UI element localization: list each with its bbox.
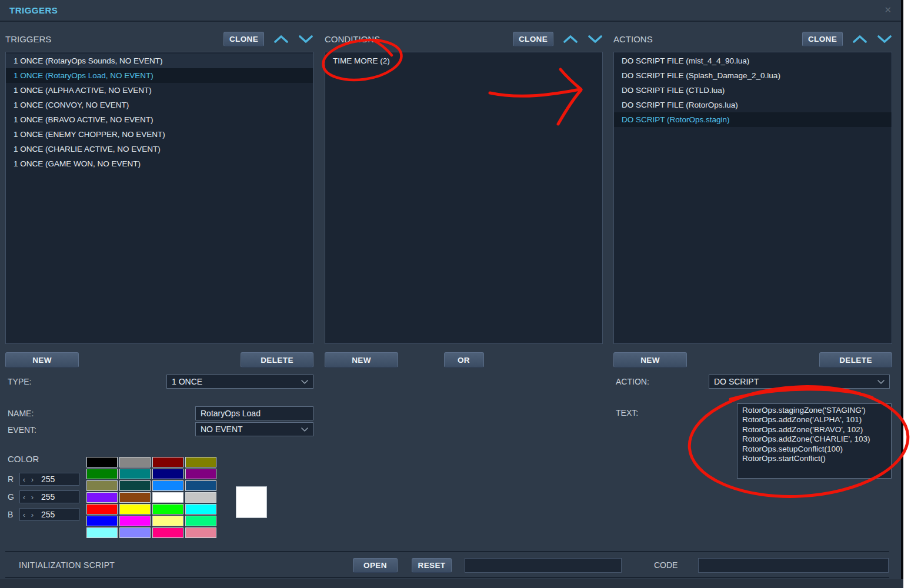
action-delete-button[interactable]: DELETE xyxy=(819,352,892,368)
event-label: EVENT: xyxy=(8,425,36,435)
red-channel-label: R xyxy=(8,475,14,484)
blue-stepper[interactable]: ‹ › 255 xyxy=(19,508,79,521)
palette-swatch[interactable] xyxy=(86,516,118,526)
palette-swatch[interactable] xyxy=(152,457,183,467)
trigger-row[interactable]: 1 ONCE (RotaryOps Sounds, NO EVENT) xyxy=(6,54,313,68)
conditions-panel-label: CONDITIONS xyxy=(325,34,380,44)
blue-channel-label: B xyxy=(8,510,13,519)
triggers-move-up-icon[interactable] xyxy=(273,31,289,46)
script-path-input[interactable] xyxy=(465,558,622,573)
palette-swatch[interactable] xyxy=(86,492,118,503)
reset-button[interactable]: RESET xyxy=(412,558,452,573)
palette-swatch[interactable] xyxy=(152,504,183,514)
bottom-strip xyxy=(0,579,903,588)
chevron-down-icon xyxy=(301,380,308,384)
action-new-button[interactable]: NEW xyxy=(613,352,687,368)
trigger-row[interactable]: 1 ONCE (CHARLIE ACTIVE, NO EVENT) xyxy=(6,142,313,156)
color-label: COLOR xyxy=(8,454,39,464)
action-row[interactable]: DO SCRIPT FILE (mist_4_4_90.lua) xyxy=(614,54,892,68)
triggers-move-down-icon[interactable] xyxy=(298,31,313,46)
condition-or-button[interactable]: OR xyxy=(444,352,484,368)
green-channel-label: G xyxy=(8,492,14,502)
type-label: TYPE: xyxy=(8,377,31,386)
decrement-icon[interactable]: ‹ xyxy=(20,475,28,484)
increment-icon[interactable]: › xyxy=(28,510,36,519)
action-row[interactable]: DO SCRIPT FILE (RotorOps.lua) xyxy=(614,98,892,112)
palette-swatch[interactable] xyxy=(152,516,183,526)
open-button[interactable]: OPEN xyxy=(353,558,398,573)
palette-swatch[interactable] xyxy=(119,469,151,479)
name-input[interactable]: RotaryOps Load xyxy=(195,406,313,420)
condition-row[interactable]: TIME MORE (2) xyxy=(325,54,602,68)
action-row[interactable]: DO SCRIPT (RotorOps.stagin) xyxy=(614,112,892,127)
green-stepper[interactable]: ‹ › 255 xyxy=(19,490,79,503)
trigger-new-button[interactable]: NEW xyxy=(5,352,79,368)
trigger-row[interactable]: 1 ONCE (RotaryOps Load, NO EVENT) xyxy=(6,68,313,83)
palette-swatch[interactable] xyxy=(152,492,183,503)
palette-swatch[interactable] xyxy=(86,469,118,479)
action-row[interactable]: DO SCRIPT FILE (Splash_Damage_2_0.lua) xyxy=(614,68,892,83)
palette-swatch[interactable] xyxy=(119,527,151,538)
actions-clone-button[interactable]: CLONE xyxy=(802,32,843,46)
palette-swatch[interactable] xyxy=(119,516,151,526)
palette-swatch[interactable] xyxy=(86,457,118,467)
increment-icon[interactable]: › xyxy=(28,493,36,502)
triggers-dialog: TRIGGERS ✕ TRIGGERS CLONE 1 ONCE (Rotary… xyxy=(0,0,903,588)
decrement-icon[interactable]: ‹ xyxy=(20,510,28,519)
initialization-script-label: INITIALIZATION SCRIPT xyxy=(19,560,115,570)
palette-swatch[interactable] xyxy=(86,527,118,538)
red-stepper[interactable]: ‹ › 255 xyxy=(19,473,79,486)
trigger-row[interactable]: 1 ONCE (ENEMY CHOPPER, NO EVENT) xyxy=(6,127,313,142)
palette-swatch[interactable] xyxy=(185,457,216,467)
event-dropdown[interactable]: NO EVENT xyxy=(195,422,313,436)
code-input[interactable] xyxy=(698,558,889,573)
palette-swatch[interactable] xyxy=(119,492,151,503)
palette-swatch[interactable] xyxy=(119,480,151,491)
palette-swatch[interactable] xyxy=(185,504,216,514)
palette-swatch[interactable] xyxy=(119,504,151,514)
script-textarea[interactable]: RotorOps.stagingZone('STAGING') RotorOps… xyxy=(737,403,892,479)
trigger-row[interactable]: 1 ONCE (CONVOY, NO EVENT) xyxy=(6,98,313,112)
palette-swatch[interactable] xyxy=(185,527,216,538)
palette-swatch[interactable] xyxy=(152,480,183,491)
trigger-row[interactable]: 1 ONCE (BRAVO ACTIVE, NO EVENT) xyxy=(6,112,313,127)
close-icon[interactable]: ✕ xyxy=(884,5,892,15)
triggers-panel-header: TRIGGERS CLONE xyxy=(5,31,313,46)
event-value: NO EVENT xyxy=(201,425,243,434)
conditions-panel-header: CONDITIONS CLONE xyxy=(325,31,603,46)
dialog-title: TRIGGERS xyxy=(9,5,58,15)
actions-panel-label: ACTIONS xyxy=(613,34,653,44)
conditions-move-down-icon[interactable] xyxy=(587,31,603,46)
triggers-buttons: NEW DELETE xyxy=(5,352,313,368)
palette-swatch[interactable] xyxy=(185,492,216,503)
action-label: ACTION: xyxy=(616,377,649,386)
actions-move-up-icon[interactable] xyxy=(852,31,867,46)
decrement-icon[interactable]: ‹ xyxy=(20,493,28,502)
screen: TRIGGERS ✕ TRIGGERS CLONE 1 ONCE (Rotary… xyxy=(0,0,911,588)
action-dropdown[interactable]: DO SCRIPT xyxy=(709,375,890,389)
palette-swatch[interactable] xyxy=(185,480,216,491)
actions-move-down-icon[interactable] xyxy=(876,31,892,46)
palette-swatch[interactable] xyxy=(119,457,151,467)
palette-swatch[interactable] xyxy=(185,516,216,526)
condition-list: TIME MORE (2) xyxy=(325,52,603,344)
trigger-row[interactable]: 1 ONCE (ALPHA ACTIVE, NO EVENT) xyxy=(6,83,313,98)
type-dropdown[interactable]: 1 ONCE xyxy=(166,375,313,389)
action-row[interactable]: DO SCRIPT FILE (CTLD.lua) xyxy=(614,83,892,98)
conditions-clone-button[interactable]: CLONE xyxy=(513,32,553,46)
palette-swatch[interactable] xyxy=(185,469,216,479)
palette-swatch[interactable] xyxy=(86,480,118,491)
triggers-clone-button[interactable]: CLONE xyxy=(223,32,264,46)
initialization-script-bar: INITIALIZATION SCRIPT OPEN RESET CODE xyxy=(5,551,889,578)
conditions-panel: CONDITIONS CLONE TIME MORE (2) NEW OR xyxy=(325,31,603,46)
trigger-row[interactable]: 1 ONCE (GAME WON, NO EVENT) xyxy=(6,156,313,171)
name-value: RotaryOps Load xyxy=(201,409,261,418)
conditions-move-up-icon[interactable] xyxy=(562,31,578,46)
increment-icon[interactable]: › xyxy=(28,475,36,484)
actions-panel-header: ACTIONS CLONE xyxy=(613,31,892,46)
palette-swatch[interactable] xyxy=(152,527,183,538)
palette-swatch[interactable] xyxy=(86,504,118,514)
palette-swatch[interactable] xyxy=(152,469,183,479)
condition-new-button[interactable]: NEW xyxy=(325,352,398,368)
trigger-delete-button[interactable]: DELETE xyxy=(241,352,313,368)
